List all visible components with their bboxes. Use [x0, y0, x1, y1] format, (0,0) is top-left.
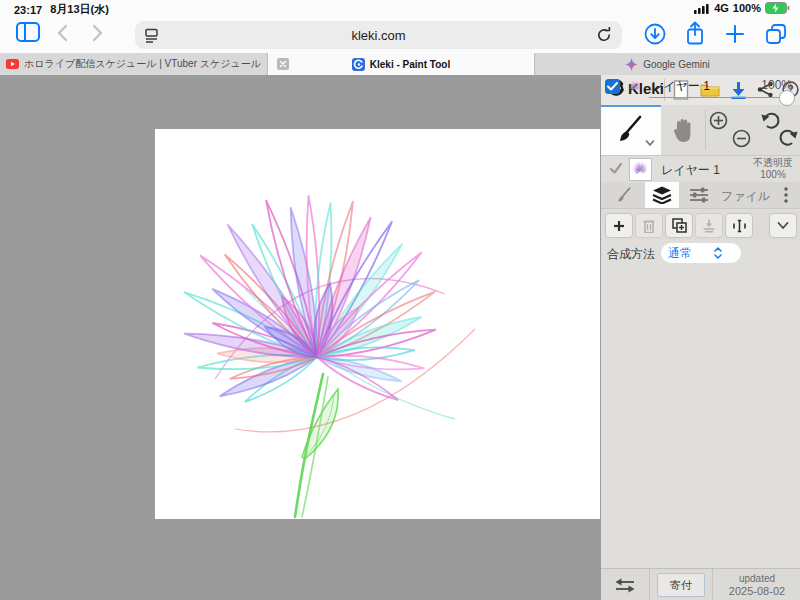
page-settings-icon[interactable]: [144, 28, 159, 43]
add-layer-button[interactable]: [605, 213, 633, 238]
redo-icon[interactable]: [778, 128, 798, 147]
battery-icon: [765, 2, 790, 14]
gemini-icon: [625, 58, 638, 71]
youtube-icon: [6, 59, 19, 69]
battery-percent: 100%: [733, 2, 761, 14]
close-tab-icon[interactable]: [277, 58, 289, 70]
reload-icon[interactable]: [596, 27, 612, 43]
divider: [705, 110, 706, 150]
brush-tool[interactable]: [601, 105, 661, 155]
chevron-down-icon: [777, 221, 789, 230]
trash-icon: [643, 219, 655, 233]
opacity-readout: 不透明度 100%: [753, 157, 793, 181]
tab-label: ホロライブ配信スケジュール | VTuber スケジュール: [24, 57, 261, 71]
tab-brush-settings-icon[interactable]: [615, 187, 633, 204]
tab-gemini[interactable]: Google Gemini: [535, 53, 800, 75]
download-icon[interactable]: [644, 23, 666, 45]
url-text: kleki.com: [351, 28, 405, 43]
swap-icon: [614, 578, 636, 593]
opacity-slider-knob[interactable]: [779, 90, 795, 106]
layer-actions: [601, 210, 800, 240]
more-menu-icon[interactable]: [784, 187, 788, 203]
status-bar: 23:17 8月13日(水) 4G 100%: [0, 0, 800, 15]
clock: 23:17: [14, 4, 42, 16]
swap-colors-button[interactable]: [601, 569, 650, 600]
sidebar-bottom-bar: 寄付 updated 2025-08-02: [601, 568, 800, 600]
delete-layer-button: [635, 213, 663, 238]
zoom-in-icon[interactable]: [709, 111, 728, 130]
back-icon[interactable]: [56, 24, 68, 42]
duplicate-icon: [672, 218, 687, 233]
tab-hololive[interactable]: ホロライブ配信スケジュール | VTuber スケジュール: [0, 53, 268, 75]
drawing-canvas[interactable]: [155, 129, 600, 519]
new-tab-icon[interactable]: [725, 24, 745, 44]
tool-row: [601, 105, 800, 156]
tab-layers[interactable]: [645, 182, 679, 208]
blend-mode-select[interactable]: 通常: [661, 243, 741, 263]
tabs-overview-icon[interactable]: [765, 23, 787, 45]
layers-icon: [652, 186, 672, 204]
updated-info: updated 2025-08-02: [713, 569, 800, 600]
duplicate-layer-button[interactable]: [665, 213, 693, 238]
layer-item-thumbnail: [627, 79, 643, 95]
tab-kleki[interactable]: Kleki - Paint Tool: [268, 53, 535, 75]
hand-tool-icon[interactable]: [671, 117, 697, 144]
blend-mode-row: 合成方法 通常: [601, 241, 800, 266]
collapse-panel-button[interactable]: [769, 213, 797, 238]
brush-options-chevron-icon[interactable]: [645, 139, 655, 147]
brush-icon: [617, 115, 643, 145]
merge-down-icon: [702, 219, 716, 233]
tab-settings-icon[interactable]: [689, 187, 709, 203]
flower-drawing: [155, 129, 600, 519]
kleki-favicon: [352, 58, 365, 71]
rename-layer-button[interactable]: [725, 213, 753, 238]
blend-mode-label: 合成方法: [607, 246, 655, 263]
signal-icon: [694, 3, 710, 14]
layer-item-name: レイヤー 1: [651, 78, 710, 95]
opacity-slider-track[interactable]: [649, 97, 787, 98]
plus-icon: [613, 220, 625, 232]
kleki-sidebar: Kleki: [600, 75, 800, 600]
forward-icon[interactable]: [92, 24, 104, 42]
rename-icon: [732, 219, 747, 233]
tab-label: Kleki - Paint Tool: [370, 59, 450, 70]
layer-thumbnail[interactable]: [629, 158, 652, 181]
donate-button[interactable]: 寄付: [657, 573, 705, 597]
ipad-screen: 23:17 8月13日(水) 4G 100%: [0, 0, 800, 600]
tab-bar: ホロライブ配信スケジュール | VTuber スケジュール Kleki - Pa…: [0, 53, 800, 76]
network-type: 4G: [714, 2, 729, 14]
panel-tabs: ファイル: [601, 182, 800, 209]
share-icon[interactable]: [685, 21, 705, 46]
tab-label: Google Gemini: [643, 59, 710, 70]
address-bar[interactable]: kleki.com: [135, 21, 622, 49]
tab-file[interactable]: ファイル: [721, 188, 770, 205]
kleki-workspace: Kleki: [0, 75, 800, 600]
blend-mode-value: 通常: [668, 245, 692, 262]
merge-layer-button: [695, 213, 723, 238]
donate-cell: 寄付: [650, 569, 713, 600]
check-icon: [607, 82, 618, 91]
layer-checkbox[interactable]: [605, 79, 620, 94]
select-chevrons-icon: [714, 247, 722, 259]
zoom-out-icon[interactable]: [732, 129, 751, 148]
browser-toolbar: kleki.com: [0, 15, 800, 53]
active-layer-name: レイヤー 1: [661, 162, 720, 179]
sidebar-toggle-icon[interactable]: [16, 22, 40, 42]
active-layer-row: レイヤー 1 不透明度 100%: [601, 155, 800, 183]
layer-visible-check-icon[interactable]: [609, 162, 623, 175]
